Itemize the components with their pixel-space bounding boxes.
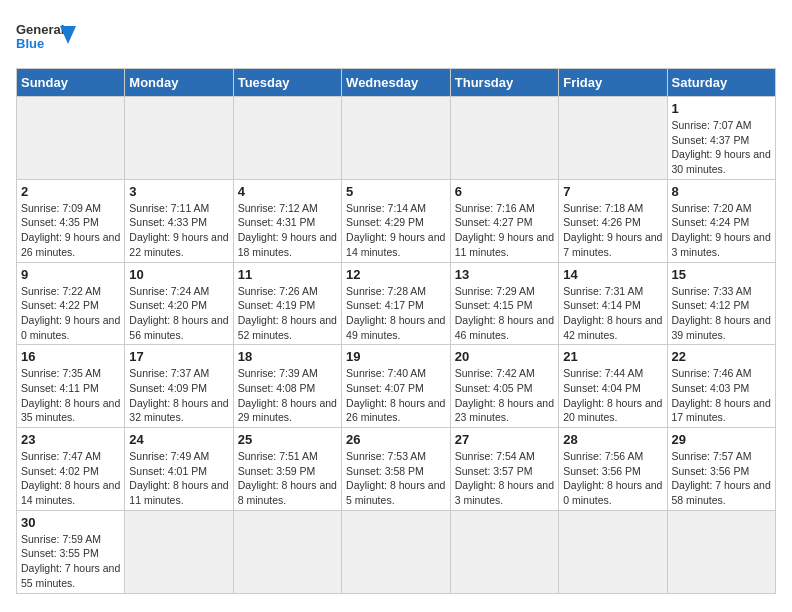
day-number: 19 bbox=[346, 349, 446, 364]
weekday-header-tuesday: Tuesday bbox=[233, 69, 341, 97]
day-number: 16 bbox=[21, 349, 120, 364]
day-number: 28 bbox=[563, 432, 662, 447]
day-info: Sunrise: 7:24 AM Sunset: 4:20 PM Dayligh… bbox=[129, 284, 228, 343]
day-number: 9 bbox=[21, 267, 120, 282]
day-number: 25 bbox=[238, 432, 337, 447]
day-info: Sunrise: 7:12 AM Sunset: 4:31 PM Dayligh… bbox=[238, 201, 337, 260]
calendar-cell bbox=[17, 97, 125, 180]
day-number: 4 bbox=[238, 184, 337, 199]
calendar-cell: 26Sunrise: 7:53 AM Sunset: 3:58 PM Dayli… bbox=[342, 428, 451, 511]
day-info: Sunrise: 7:40 AM Sunset: 4:07 PM Dayligh… bbox=[346, 366, 446, 425]
day-info: Sunrise: 7:56 AM Sunset: 3:56 PM Dayligh… bbox=[563, 449, 662, 508]
day-number: 27 bbox=[455, 432, 554, 447]
day-number: 14 bbox=[563, 267, 662, 282]
weekday-header-row: SundayMondayTuesdayWednesdayThursdayFrid… bbox=[17, 69, 776, 97]
calendar-cell: 5Sunrise: 7:14 AM Sunset: 4:29 PM Daylig… bbox=[342, 179, 451, 262]
weekday-header-sunday: Sunday bbox=[17, 69, 125, 97]
calendar-cell: 12Sunrise: 7:28 AM Sunset: 4:17 PM Dayli… bbox=[342, 262, 451, 345]
calendar-table: SundayMondayTuesdayWednesdayThursdayFrid… bbox=[16, 68, 776, 594]
day-number: 17 bbox=[129, 349, 228, 364]
day-number: 2 bbox=[21, 184, 120, 199]
day-info: Sunrise: 7:42 AM Sunset: 4:05 PM Dayligh… bbox=[455, 366, 554, 425]
day-number: 30 bbox=[21, 515, 120, 530]
calendar-cell bbox=[342, 510, 451, 593]
calendar-body: 1Sunrise: 7:07 AM Sunset: 4:37 PM Daylig… bbox=[17, 97, 776, 594]
calendar-cell: 24Sunrise: 7:49 AM Sunset: 4:01 PM Dayli… bbox=[125, 428, 233, 511]
calendar-cell: 9Sunrise: 7:22 AM Sunset: 4:22 PM Daylig… bbox=[17, 262, 125, 345]
calendar-cell: 4Sunrise: 7:12 AM Sunset: 4:31 PM Daylig… bbox=[233, 179, 341, 262]
day-info: Sunrise: 7:54 AM Sunset: 3:57 PM Dayligh… bbox=[455, 449, 554, 508]
day-info: Sunrise: 7:37 AM Sunset: 4:09 PM Dayligh… bbox=[129, 366, 228, 425]
day-info: Sunrise: 7:18 AM Sunset: 4:26 PM Dayligh… bbox=[563, 201, 662, 260]
logo: General Blue bbox=[16, 16, 76, 60]
day-info: Sunrise: 7:31 AM Sunset: 4:14 PM Dayligh… bbox=[563, 284, 662, 343]
calendar-cell: 14Sunrise: 7:31 AM Sunset: 4:14 PM Dayli… bbox=[559, 262, 667, 345]
day-info: Sunrise: 7:07 AM Sunset: 4:37 PM Dayligh… bbox=[672, 118, 772, 177]
day-number: 23 bbox=[21, 432, 120, 447]
calendar-cell bbox=[233, 97, 341, 180]
day-number: 13 bbox=[455, 267, 554, 282]
calendar-cell: 23Sunrise: 7:47 AM Sunset: 4:02 PM Dayli… bbox=[17, 428, 125, 511]
weekday-header-monday: Monday bbox=[125, 69, 233, 97]
day-info: Sunrise: 7:53 AM Sunset: 3:58 PM Dayligh… bbox=[346, 449, 446, 508]
day-number: 1 bbox=[672, 101, 772, 116]
day-number: 11 bbox=[238, 267, 337, 282]
day-info: Sunrise: 7:59 AM Sunset: 3:55 PM Dayligh… bbox=[21, 532, 120, 591]
calendar-cell bbox=[450, 97, 558, 180]
day-info: Sunrise: 7:39 AM Sunset: 4:08 PM Dayligh… bbox=[238, 366, 337, 425]
day-number: 5 bbox=[346, 184, 446, 199]
weekday-header-friday: Friday bbox=[559, 69, 667, 97]
day-number: 15 bbox=[672, 267, 772, 282]
day-info: Sunrise: 7:57 AM Sunset: 3:56 PM Dayligh… bbox=[672, 449, 772, 508]
day-info: Sunrise: 7:26 AM Sunset: 4:19 PM Dayligh… bbox=[238, 284, 337, 343]
calendar-cell bbox=[450, 510, 558, 593]
calendar-cell: 21Sunrise: 7:44 AM Sunset: 4:04 PM Dayli… bbox=[559, 345, 667, 428]
logo-icon: General Blue bbox=[16, 16, 76, 60]
calendar-cell: 20Sunrise: 7:42 AM Sunset: 4:05 PM Dayli… bbox=[450, 345, 558, 428]
calendar-cell bbox=[233, 510, 341, 593]
calendar-cell bbox=[125, 97, 233, 180]
day-number: 7 bbox=[563, 184, 662, 199]
calendar-cell: 10Sunrise: 7:24 AM Sunset: 4:20 PM Dayli… bbox=[125, 262, 233, 345]
day-number: 6 bbox=[455, 184, 554, 199]
day-info: Sunrise: 7:29 AM Sunset: 4:15 PM Dayligh… bbox=[455, 284, 554, 343]
calendar-cell: 18Sunrise: 7:39 AM Sunset: 4:08 PM Dayli… bbox=[233, 345, 341, 428]
calendar-cell: 6Sunrise: 7:16 AM Sunset: 4:27 PM Daylig… bbox=[450, 179, 558, 262]
day-number: 20 bbox=[455, 349, 554, 364]
calendar-cell: 28Sunrise: 7:56 AM Sunset: 3:56 PM Dayli… bbox=[559, 428, 667, 511]
calendar-week-1: 2Sunrise: 7:09 AM Sunset: 4:35 PM Daylig… bbox=[17, 179, 776, 262]
calendar-cell: 15Sunrise: 7:33 AM Sunset: 4:12 PM Dayli… bbox=[667, 262, 776, 345]
calendar-cell: 13Sunrise: 7:29 AM Sunset: 4:15 PM Dayli… bbox=[450, 262, 558, 345]
weekday-header-wednesday: Wednesday bbox=[342, 69, 451, 97]
calendar-week-3: 16Sunrise: 7:35 AM Sunset: 4:11 PM Dayli… bbox=[17, 345, 776, 428]
day-info: Sunrise: 7:20 AM Sunset: 4:24 PM Dayligh… bbox=[672, 201, 772, 260]
day-number: 21 bbox=[563, 349, 662, 364]
calendar-cell bbox=[342, 97, 451, 180]
calendar-cell: 2Sunrise: 7:09 AM Sunset: 4:35 PM Daylig… bbox=[17, 179, 125, 262]
day-info: Sunrise: 7:22 AM Sunset: 4:22 PM Dayligh… bbox=[21, 284, 120, 343]
day-number: 10 bbox=[129, 267, 228, 282]
day-number: 8 bbox=[672, 184, 772, 199]
calendar-week-4: 23Sunrise: 7:47 AM Sunset: 4:02 PM Dayli… bbox=[17, 428, 776, 511]
calendar-week-5: 30Sunrise: 7:59 AM Sunset: 3:55 PM Dayli… bbox=[17, 510, 776, 593]
calendar-cell bbox=[559, 97, 667, 180]
calendar-cell: 3Sunrise: 7:11 AM Sunset: 4:33 PM Daylig… bbox=[125, 179, 233, 262]
calendar-cell: 19Sunrise: 7:40 AM Sunset: 4:07 PM Dayli… bbox=[342, 345, 451, 428]
calendar-cell: 8Sunrise: 7:20 AM Sunset: 4:24 PM Daylig… bbox=[667, 179, 776, 262]
day-number: 3 bbox=[129, 184, 228, 199]
day-info: Sunrise: 7:49 AM Sunset: 4:01 PM Dayligh… bbox=[129, 449, 228, 508]
calendar-cell: 27Sunrise: 7:54 AM Sunset: 3:57 PM Dayli… bbox=[450, 428, 558, 511]
calendar-week-2: 9Sunrise: 7:22 AM Sunset: 4:22 PM Daylig… bbox=[17, 262, 776, 345]
day-info: Sunrise: 7:33 AM Sunset: 4:12 PM Dayligh… bbox=[672, 284, 772, 343]
day-info: Sunrise: 7:16 AM Sunset: 4:27 PM Dayligh… bbox=[455, 201, 554, 260]
day-info: Sunrise: 7:14 AM Sunset: 4:29 PM Dayligh… bbox=[346, 201, 446, 260]
day-info: Sunrise: 7:47 AM Sunset: 4:02 PM Dayligh… bbox=[21, 449, 120, 508]
weekday-header-saturday: Saturday bbox=[667, 69, 776, 97]
day-number: 18 bbox=[238, 349, 337, 364]
day-number: 26 bbox=[346, 432, 446, 447]
day-info: Sunrise: 7:44 AM Sunset: 4:04 PM Dayligh… bbox=[563, 366, 662, 425]
svg-text:General: General bbox=[16, 22, 64, 37]
calendar-cell bbox=[125, 510, 233, 593]
calendar-cell bbox=[559, 510, 667, 593]
weekday-header-thursday: Thursday bbox=[450, 69, 558, 97]
